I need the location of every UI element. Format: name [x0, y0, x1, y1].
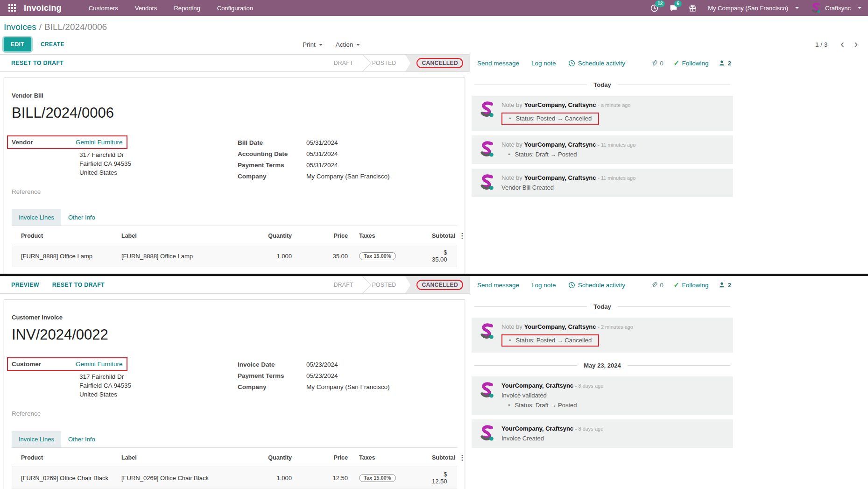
bill-form-column: RESET TO DRAFT DRAFT POSTED CANCELLED Ve…	[0, 54, 470, 274]
accounting-date-value[interactable]: 05/31/2024	[306, 150, 338, 157]
menu-customers[interactable]: Customers	[89, 5, 118, 12]
invoice-date-label: Invoice Date	[238, 361, 301, 368]
apps-grid-icon[interactable]	[8, 4, 16, 12]
breadcrumb-separator: /	[39, 22, 42, 32]
clock-icon	[568, 60, 575, 67]
bill-date-label: Bill Date	[238, 139, 301, 146]
company-switcher[interactable]: My Company (San Francisco)	[708, 5, 799, 12]
breadcrumb: Invoices/BILL/2024/0006	[0, 16, 868, 35]
table-row[interactable]: [FURN_8888] Office Lamp [FURN_8888] Offi…	[12, 245, 457, 267]
message-timestamp: - 8 days ago	[575, 383, 604, 389]
attachments-button[interactable]: 0	[651, 282, 663, 289]
customer-link[interactable]: Gemini Furniture	[76, 361, 123, 368]
notebook-tabs: Invoice Lines Other Info	[12, 209, 457, 226]
message-author[interactable]: YourCompany, Craftsync	[524, 141, 596, 148]
table-options-icon[interactable]: ⋮	[455, 454, 469, 462]
invoice-form-column: PREVIEW RESET TO DRAFT DRAFT POSTED CANC…	[0, 276, 470, 489]
invoice-statusbar: PREVIEW RESET TO DRAFT DRAFT POSTED CANC…	[0, 276, 470, 294]
message-author[interactable]: YourCompany, Craftsync	[524, 101, 596, 108]
message-timestamp: - 8 days ago	[575, 426, 604, 432]
app-title[interactable]: Invoicing	[24, 3, 62, 13]
payment-terms-value[interactable]: 05/31/2024	[306, 162, 338, 169]
log-note-button[interactable]: Log note	[531, 60, 556, 67]
customer-field-label: Customer	[12, 361, 76, 368]
document-type-label: Vendor Bill	[12, 92, 457, 99]
payment-terms-value[interactable]: 05/23/2024	[306, 372, 338, 379]
invoice-lines-table: Product Label Quantity Price Taxes Subto…	[12, 226, 457, 267]
preview-button[interactable]: PREVIEW	[11, 282, 39, 288]
table-row[interactable]: [FURN_0269] Office Chair Black [FURN_026…	[12, 467, 457, 489]
status-step-cancelled[interactable]: CANCELLED	[405, 276, 470, 293]
pager-next-icon[interactable]: ›	[852, 40, 861, 49]
edit-button[interactable]: EDIT	[4, 37, 31, 51]
reference-field-label[interactable]: Reference	[12, 188, 232, 195]
breadcrumb-current: BILL/2024/0006	[44, 22, 107, 32]
breadcrumb-invoices[interactable]: Invoices	[4, 22, 36, 32]
create-button[interactable]: CREATE	[41, 41, 64, 48]
tab-other-info[interactable]: Other Info	[61, 209, 102, 226]
clock-icon	[568, 282, 575, 289]
followers-button[interactable]: 2	[719, 282, 731, 289]
chatter-message: Note by YourCompany, Craftsync - 11 minu…	[472, 169, 733, 197]
tab-other-info[interactable]: Other Info	[61, 431, 102, 447]
reset-to-draft-button[interactable]: RESET TO DRAFT	[11, 60, 64, 66]
reference-field-label[interactable]: Reference	[12, 410, 232, 417]
check-icon: ✓	[674, 59, 679, 67]
message-timestamp: - 2 minutes ago	[598, 324, 633, 330]
action-dropdowns: Print Action	[303, 41, 360, 48]
record-pager: 1 / 3 ‹ ›	[815, 40, 861, 49]
chatter-message: Note by YourCompany, Craftsync - 11 minu…	[472, 135, 733, 164]
company-link[interactable]: My Company (San Francisco)	[306, 383, 390, 390]
following-button[interactable]: ✓ Following	[674, 281, 709, 289]
invoice-date-value[interactable]: 05/23/2024	[306, 361, 338, 368]
message-author[interactable]: YourCompany, Craftsync	[524, 174, 596, 181]
pager-previous-icon[interactable]: ‹	[838, 40, 847, 49]
message-thread: Today Note by YourCompany, Craftsync - 2…	[472, 303, 733, 448]
tab-invoice-lines[interactable]: Invoice Lines	[12, 431, 61, 447]
status-step-cancelled[interactable]: CANCELLED	[405, 55, 470, 71]
activities-icon[interactable]: 12	[650, 4, 658, 12]
customer-address: 317 Fairchild Dr Fairfield CA 94535 Unit…	[79, 372, 232, 399]
menu-vendors[interactable]: Vendors	[135, 5, 157, 12]
invoice-lines-table: Product Label Quantity Price Taxes Subto…	[12, 448, 457, 489]
following-button[interactable]: ✓ Following	[674, 59, 709, 67]
table-header-row: Product Label Quantity Price Taxes Subto…	[12, 448, 457, 467]
send-message-button[interactable]: Send message	[477, 282, 519, 289]
action-dropdown[interactable]: Action	[336, 41, 360, 48]
schedule-activity-button[interactable]: Schedule activity	[568, 282, 625, 289]
log-note-button[interactable]: Log note	[531, 282, 556, 289]
tax-badge: Tax 15.00%	[359, 252, 396, 260]
paperclip-icon	[651, 282, 657, 288]
invoice-status-steps: DRAFT POSTED CANCELLED	[325, 276, 470, 293]
tax-badge: Tax 15.00%	[359, 474, 396, 482]
gift-icon[interactable]	[689, 4, 697, 12]
person-icon	[719, 60, 725, 66]
bill-date-value[interactable]: 05/31/2024	[306, 139, 338, 146]
menu-configuration[interactable]: Configuration	[217, 5, 253, 12]
annotation-box-cancelled: CANCELLED	[416, 280, 463, 290]
messages-icon[interactable]: 6	[670, 4, 677, 12]
message-author[interactable]: YourCompany, Craftsync	[524, 323, 596, 330]
notebook-tabs: Invoice Lines Other Info	[12, 431, 457, 448]
vendor-link[interactable]: Gemini Furniture	[76, 139, 123, 146]
avatar	[478, 174, 495, 191]
message-author[interactable]: YourCompany, Craftsync	[501, 425, 573, 432]
chatter-message: YourCompany, Craftsync - 8 days ago Invo…	[472, 376, 733, 415]
user-menu[interactable]: Craftsync	[810, 2, 861, 14]
table-options-icon[interactable]: ⋮	[455, 232, 469, 240]
attachments-button[interactable]: 0	[651, 60, 663, 67]
company-link[interactable]: My Company (San Francisco)	[306, 173, 390, 180]
message-thread: Today Note by YourCompany, Craftsync - a…	[472, 81, 733, 197]
schedule-activity-button[interactable]: Schedule activity	[568, 60, 625, 67]
followers-button[interactable]: 2	[719, 60, 731, 67]
avatar	[478, 382, 495, 409]
send-message-button[interactable]: Send message	[477, 60, 519, 67]
tab-invoice-lines[interactable]: Invoice Lines	[12, 209, 61, 226]
print-dropdown[interactable]: Print	[303, 41, 323, 48]
company-label: Company	[238, 173, 301, 180]
avatar	[478, 323, 495, 347]
menu-reporting[interactable]: Reporting	[174, 5, 200, 12]
annotation-box-customer: Customer Gemini Furniture	[7, 357, 127, 371]
message-author[interactable]: YourCompany, Craftsync	[501, 382, 573, 389]
reset-to-draft-button[interactable]: RESET TO DRAFT	[52, 282, 105, 288]
